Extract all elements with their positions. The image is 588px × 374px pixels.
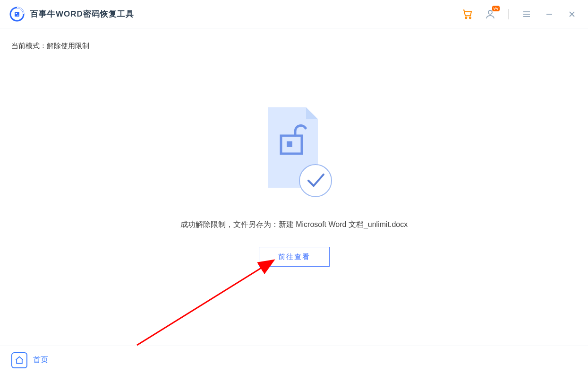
mode-label: 当前模式： — [11, 42, 47, 50]
cart-icon[interactable] — [461, 8, 474, 21]
svg-point-5 — [469, 17, 471, 18]
title-bar: 百事牛WORD密码恢复工具 — [0, 0, 588, 28]
home-icon — [15, 356, 24, 365]
close-icon[interactable] — [565, 8, 579, 21]
svg-point-4 — [465, 17, 467, 18]
header-right — [461, 8, 579, 21]
svg-rect-2 — [16, 13, 17, 14]
app-logo-icon — [9, 7, 25, 22]
success-illustration — [252, 103, 337, 197]
current-mode: 当前模式：解除使用限制 — [0, 28, 101, 55]
success-prefix: 成功解除限制，文件另存为： — [180, 220, 279, 228]
home-button[interactable] — [11, 352, 27, 368]
header-divider — [508, 9, 509, 19]
svg-point-15 — [299, 165, 332, 197]
menu-icon[interactable] — [520, 8, 533, 21]
svg-rect-3 — [17, 15, 18, 16]
minimize-icon[interactable] — [543, 8, 556, 21]
user-icon[interactable] — [484, 8, 497, 21]
main-content: 当前模式：解除使用限制 成功解除限制，文件另存为：新建 Microsoft Wo… — [0, 28, 588, 346]
success-filename: 新建 Microsoft Word 文档_unlimit.docx — [279, 220, 408, 228]
header-left: 百事牛WORD密码恢复工具 — [9, 7, 134, 22]
mode-value: 解除使用限制 — [47, 42, 89, 50]
vip-badge-icon — [492, 6, 500, 11]
svg-point-6 — [488, 10, 492, 14]
success-message: 成功解除限制，文件另存为：新建 Microsoft Word 文档_unlimi… — [180, 220, 408, 230]
go-view-button[interactable]: 前往查看 — [259, 247, 330, 267]
checkmark-icon — [299, 165, 332, 197]
home-label[interactable]: 首页 — [33, 355, 48, 365]
svg-rect-14 — [287, 141, 292, 147]
footer-bar: 首页 — [0, 346, 588, 374]
app-title: 百事牛WORD密码恢复工具 — [30, 9, 134, 19]
